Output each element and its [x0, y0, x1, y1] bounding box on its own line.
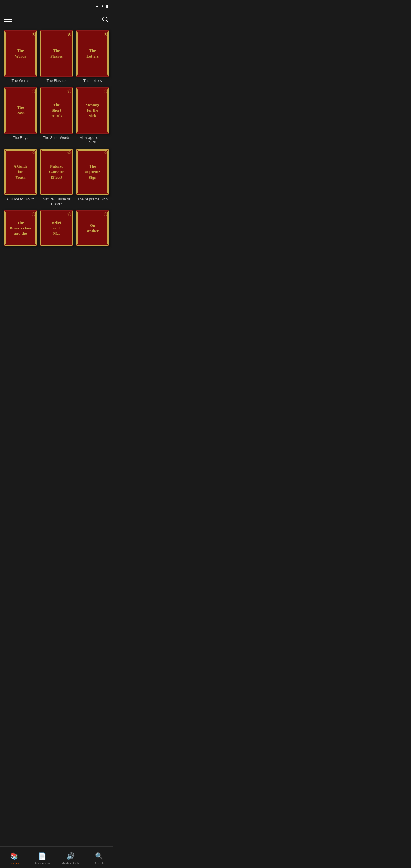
book-cover: The Short Words☆	[40, 87, 73, 134]
book-title: The Supreme Sign	[77, 197, 107, 202]
star-icon[interactable]: ☆	[31, 212, 36, 217]
book-cover-wrapper: The Short Words☆	[40, 87, 73, 134]
book-cover: The Words★	[4, 30, 37, 77]
books-nav-label: Books	[10, 861, 19, 865]
star-icon[interactable]: ☆	[31, 150, 36, 155]
book-cover-text: A Guide for Youth	[13, 164, 27, 180]
book-cover-text: The Flashes	[50, 48, 63, 59]
book-cover-text: The Resurrection and the	[10, 220, 31, 237]
book-cover: The Rays☆	[4, 87, 37, 134]
book-item-flashes[interactable]: The Flashes★The Flashes	[40, 30, 73, 84]
book-cover-wrapper: On Brother-☆	[76, 210, 109, 257]
book-item-rays[interactable]: The Rays☆The Rays	[4, 87, 37, 145]
signal-icon: ▲	[101, 4, 104, 8]
book-cover-text: Message for the Sick	[86, 102, 100, 119]
star-icon[interactable]: ☆	[31, 89, 36, 94]
book-cover-wrapper: The Flashes★	[40, 30, 73, 77]
books-nav-icon: 📚	[10, 852, 18, 860]
book-cover-wrapper: A Guide for Youth☆	[4, 149, 37, 195]
svg-line-1	[106, 21, 107, 22]
book-cover: A Guide for Youth☆	[4, 149, 37, 195]
search-nav-icon: 🔍	[95, 852, 103, 860]
book-cover-text: The Short Words	[51, 102, 62, 119]
audiobook-nav-icon: 🔊	[67, 852, 75, 860]
book-item-words[interactable]: The Words★The Words	[4, 30, 37, 84]
book-item-guide-youth[interactable]: A Guide for Youth☆A Guide for Youth	[4, 149, 37, 207]
book-title: The Flashes	[46, 79, 66, 84]
book-cover-text: Belief and M...	[52, 220, 61, 237]
book-cover: The Resurrection and the☆	[4, 210, 37, 246]
menu-button[interactable]	[4, 15, 12, 24]
book-cover: On Brother-☆	[76, 210, 109, 246]
book-cover-wrapper: Message for the Sick☆	[76, 87, 109, 134]
book-cover-wrapper: Belief and M...☆	[40, 210, 73, 257]
star-icon[interactable]: ☆	[67, 150, 71, 155]
book-title: The Letters	[84, 79, 102, 84]
star-icon[interactable]: ☆	[103, 150, 107, 155]
book-cover-text: On Brother-	[85, 223, 100, 234]
status-icons: ▲ ▲ ▮	[95, 4, 108, 8]
nav-item-search[interactable]: 🔍Search	[85, 846, 113, 868]
book-item-letters[interactable]: The Letters★The Letters	[76, 30, 109, 84]
book-item-brother[interactable]: On Brother-☆	[76, 210, 109, 257]
book-item-supreme-sign[interactable]: The Supreme Sign☆The Supreme Sign	[76, 149, 109, 207]
book-title: Message for the Sick	[76, 135, 109, 145]
book-cover-text: The Letters	[87, 48, 98, 59]
star-icon[interactable]: ☆	[103, 89, 107, 94]
book-cover: Nature: Cause or Effect?☆	[40, 149, 73, 195]
book-cover-text: The Rays	[16, 105, 24, 116]
book-cover: Belief and M...☆	[40, 210, 73, 246]
book-cover-wrapper: The Rays☆	[4, 87, 37, 134]
book-cover: The Supreme Sign☆	[76, 149, 109, 195]
star-icon[interactable]: ★	[31, 32, 36, 37]
book-cover-text: Nature: Cause or Effect?	[49, 164, 64, 180]
book-cover: Message for the Sick☆	[76, 87, 109, 134]
battery-icon: ▮	[106, 4, 108, 8]
book-title: The Rays	[13, 135, 28, 141]
book-cover-wrapper: The Resurrection and the☆	[4, 210, 37, 257]
bottom-nav: 📚Books📄Aphorisms🔊Audio Book🔍Search	[0, 846, 113, 868]
search-button[interactable]	[101, 15, 109, 24]
star-icon[interactable]: ☆	[103, 212, 107, 217]
book-cover-text: The Supreme Sign	[85, 164, 100, 180]
book-cover-wrapper: The Words★	[4, 30, 37, 77]
books-grid: The Words★The WordsThe Flashes★The Flash…	[0, 28, 113, 281]
nav-item-audiobook[interactable]: 🔊Audio Book	[57, 846, 85, 868]
book-cover-wrapper: The Supreme Sign☆	[76, 149, 109, 195]
book-item-belief[interactable]: Belief and M...☆	[40, 210, 73, 257]
wifi-icon: ▲	[95, 4, 99, 8]
star-icon[interactable]: ☆	[67, 212, 71, 217]
book-cover-wrapper: Nature: Cause or Effect?☆	[40, 149, 73, 195]
book-cover: The Letters★	[76, 30, 109, 77]
book-item-resurrection[interactable]: The Resurrection and the☆	[4, 210, 37, 257]
book-cover-text: The Words	[15, 48, 26, 59]
book-item-nature[interactable]: Nature: Cause or Effect?☆Nature: Cause o…	[40, 149, 73, 207]
star-icon[interactable]: ★	[67, 32, 71, 37]
aphorisms-nav-label: Aphorisms	[35, 861, 50, 865]
search-nav-label: Search	[94, 861, 104, 865]
book-title: The Short Words	[43, 135, 70, 141]
book-cover-wrapper: The Letters★	[76, 30, 109, 77]
aphorisms-nav-icon: 📄	[38, 852, 46, 860]
book-title: Nature: Cause or Effect?	[40, 197, 73, 207]
audiobook-nav-label: Audio Book	[62, 861, 79, 865]
nav-item-books[interactable]: 📚Books	[0, 846, 28, 868]
book-title: The Words	[12, 79, 29, 84]
star-icon[interactable]: ☆	[67, 89, 71, 94]
book-cover: The Flashes★	[40, 30, 73, 77]
book-item-message-sick[interactable]: Message for the Sick☆Message for the Sic…	[76, 87, 109, 145]
star-icon[interactable]: ★	[103, 32, 107, 37]
book-title: A Guide for Youth	[6, 197, 34, 202]
book-item-short-words[interactable]: The Short Words☆The Short Words	[40, 87, 73, 145]
status-bar: ▲ ▲ ▮	[0, 0, 113, 11]
nav-item-aphorisms[interactable]: 📄Aphorisms	[28, 846, 57, 868]
app-bar	[0, 11, 113, 28]
